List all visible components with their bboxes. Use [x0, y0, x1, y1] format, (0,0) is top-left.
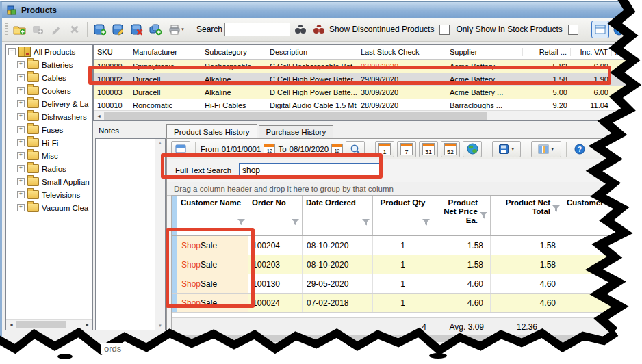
- expand-icon[interactable]: +: [17, 100, 25, 107]
- filter-funnel-icon[interactable]: [422, 219, 430, 226]
- new-category-button[interactable]: [11, 21, 27, 38]
- sales-row-100130[interactable]: Shop Sale 100130 29-05-2020 1 4.60 4.60: [172, 274, 642, 294]
- from-calendar-icon[interactable]: 12: [264, 144, 275, 155]
- notes-vertical-scrollbar[interactable]: ▲ ▼: [155, 139, 165, 330]
- column-header-supplier[interactable]: Supplier: [446, 48, 523, 56]
- expand-icon[interactable]: +: [17, 113, 25, 120]
- scroll-left-icon[interactable]: ◄: [171, 333, 181, 343]
- filter-funnel-icon[interactable]: [292, 219, 299, 226]
- column-header-customer-work[interactable]: Customer Work: [563, 196, 642, 235]
- filter-funnel-icon[interactable]: [552, 205, 560, 212]
- products-grid-horizontal-scrollbar[interactable]: ◄: [94, 110, 642, 120]
- column-header-order-no[interactable]: Order No: [248, 196, 303, 235]
- split-view-button[interactable]: [591, 21, 609, 38]
- tree-horizontal-scrollbar[interactable]: ◄ ►: [6, 319, 92, 330]
- expand-icon[interactable]: +: [17, 165, 25, 172]
- edit-disabled-button[interactable]: [48, 21, 64, 38]
- print-button[interactable]: ▼: [166, 21, 188, 38]
- only-in-stock-checkbox[interactable]: [568, 25, 578, 35]
- tree-item-televisions[interactable]: + Televisions: [6, 188, 92, 201]
- expand-icon[interactable]: +: [17, 204, 25, 211]
- history-help-button[interactable]: ?: [572, 141, 588, 157]
- column-header-sku[interactable]: SKU: [94, 48, 129, 56]
- all-dates-button[interactable]: [463, 141, 482, 157]
- scrollbar-thumb[interactable]: [181, 335, 592, 342]
- column-header-subcategory[interactable]: Subcategory: [201, 48, 266, 56]
- sales-grid-horizontal-scrollbar[interactable]: ◄: [171, 333, 642, 343]
- range-7-day-button[interactable]: 7: [397, 141, 416, 157]
- save-button[interactable]: ▼: [492, 141, 521, 157]
- sales-row-100024[interactable]: Shop Sale 100024 07-02-2018 1 4.60 4.60: [172, 294, 642, 313]
- column-header-inc-vat[interactable]: Inc. VAT: [571, 48, 612, 56]
- notes-panel[interactable]: ▲ ▼: [95, 138, 166, 330]
- tree-item-small-appliances[interactable]: + Small Applian: [6, 175, 92, 188]
- show-discontinued-checkbox[interactable]: [439, 25, 450, 35]
- scrollbar-thumb[interactable]: [104, 112, 487, 120]
- columns-dropdown-arrow[interactable]: ▼: [550, 147, 554, 151]
- tree-item-misc[interactable]: + Misc: [6, 149, 92, 162]
- help-button[interactable]: ?: [611, 21, 628, 38]
- group-by-bar[interactable]: Drag a column header and drop it here to…: [167, 182, 642, 196]
- column-header-retail[interactable]: Retail ...: [523, 48, 571, 56]
- add-disabled-button[interactable]: [29, 21, 46, 38]
- save-dropdown-arrow[interactable]: ▼: [511, 147, 515, 151]
- expand-icon[interactable]: +: [17, 87, 25, 94]
- collapse-icon[interactable]: −: [8, 48, 16, 55]
- column-header-description[interactable]: Description: [266, 48, 357, 56]
- edit-product-button[interactable]: [110, 21, 127, 38]
- filter-funnel-icon[interactable]: [237, 219, 245, 226]
- duplicate-product-button[interactable]: [147, 21, 164, 38]
- expand-icon[interactable]: +: [17, 191, 25, 198]
- tree-item-hifi[interactable]: + Hi-Fi: [6, 136, 92, 149]
- full-text-search-input[interactable]: [239, 163, 380, 178]
- tree-item-all-products[interactable]: − All Products: [6, 45, 92, 58]
- sales-row-100203[interactable]: Shop Sale 100203 08-10-2020 1 1.58 1.58: [172, 255, 642, 274]
- tree-item-batteries[interactable]: + Batteries: [6, 58, 92, 71]
- scroll-left-icon[interactable]: ◄: [6, 320, 16, 330]
- product-row-100003[interactable]: 100003 Duracell Alkaline D Cell High Pow…: [94, 86, 642, 99]
- tab-product-sales-history[interactable]: Product Sales History: [166, 124, 257, 138]
- sales-row-100204[interactable]: Shop Sale 100204 08-10-2020 1 1.58 1.58: [172, 236, 642, 255]
- scroll-right-icon[interactable]: ►: [82, 320, 92, 330]
- scrollbar-thumb[interactable]: [16, 321, 66, 328]
- expand-icon[interactable]: +: [17, 139, 25, 146]
- calendar-panel-button[interactable]: [171, 141, 190, 157]
- from-date-value[interactable]: 01/01/0001: [222, 145, 261, 153]
- tree-item-delivery[interactable]: + Delivery & La: [6, 97, 92, 110]
- expand-icon[interactable]: +: [17, 126, 25, 133]
- scroll-down-icon[interactable]: ▼: [158, 322, 162, 330]
- product-row-100000[interactable]: 100000 Spinnytronic Rechargeable C Cell …: [94, 60, 642, 73]
- column-header-last-stock-check[interactable]: Last Stock Check: [357, 48, 446, 56]
- column-header-manufacturer[interactable]: Manufacturer: [129, 48, 201, 56]
- tree-item-cables[interactable]: + Cables: [6, 71, 92, 84]
- tree-item-dishwashers[interactable]: + Dishwashers: [6, 110, 92, 123]
- column-header-product-net-price[interactable]: Product Net Price Ea.: [433, 196, 491, 235]
- column-header-customer-name[interactable]: Customer Name: [177, 196, 248, 235]
- column-header-product-qty[interactable]: Product Qty: [373, 196, 433, 235]
- delete-disabled-button[interactable]: [66, 21, 83, 38]
- expand-icon[interactable]: +: [17, 178, 25, 185]
- add-product-button[interactable]: [92, 21, 108, 38]
- range-31-day-button[interactable]: 31: [419, 141, 438, 157]
- product-row-100002-selected[interactable]: 100002 Duracell Alkaline C Cell High Pow…: [94, 73, 642, 86]
- expand-icon[interactable]: +: [17, 61, 25, 68]
- find-next-button[interactable]: [311, 21, 327, 38]
- history-search-button[interactable]: [346, 141, 365, 157]
- tree-item-vacuum-cleaners[interactable]: + Vacuum Clea: [6, 201, 92, 214]
- filter-funnel-icon[interactable]: [362, 219, 370, 226]
- search-input[interactable]: [224, 23, 290, 36]
- filter-funnel-icon[interactable]: [480, 212, 487, 219]
- tab-purchase-history[interactable]: Purchase History: [259, 125, 334, 138]
- print-dropdown-arrow[interactable]: ▼: [181, 27, 185, 31]
- delete-product-button[interactable]: [129, 21, 145, 38]
- range-1-day-button[interactable]: 1: [375, 141, 394, 157]
- column-header-product-net-total[interactable]: Product Net Total: [491, 196, 563, 235]
- scroll-left-icon[interactable]: ◄: [94, 111, 104, 121]
- expand-icon[interactable]: +: [17, 152, 25, 159]
- find-button[interactable]: [292, 21, 309, 38]
- column-header-alloc-free[interactable]: Alloc/Fre: [612, 48, 642, 56]
- tree-item-radios[interactable]: + Radios: [6, 162, 92, 175]
- expand-icon[interactable]: +: [17, 74, 25, 81]
- range-52-week-button[interactable]: 52: [441, 141, 460, 157]
- to-date-value[interactable]: 08/10/2020: [290, 145, 329, 153]
